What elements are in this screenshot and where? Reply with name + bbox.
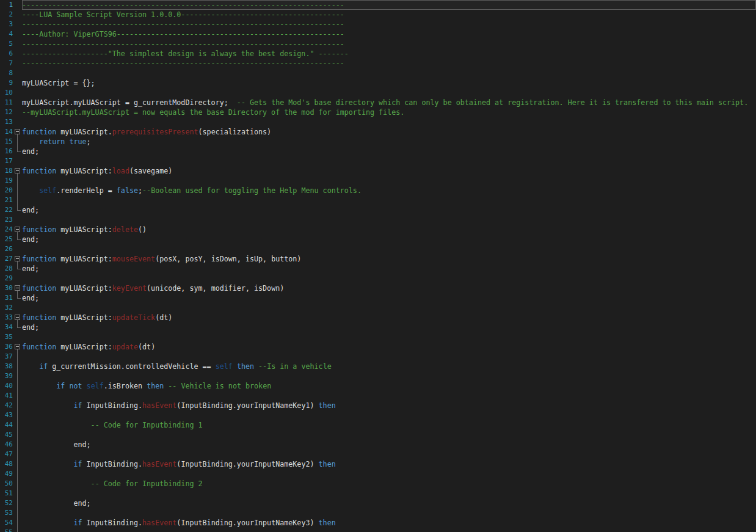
code-line-text[interactable] <box>22 215 756 225</box>
code-line: 44 -- Code for Inputbinding 1 <box>0 420 756 430</box>
code-line-text[interactable]: function myLUAScript:update(dt) <box>22 342 756 352</box>
fold-guide-line <box>13 391 22 401</box>
code-line-text[interactable]: -- Code for Inputbinding 1 <box>22 420 756 430</box>
code-line: 51 <box>0 489 756 498</box>
fold-collapse-button[interactable] <box>13 225 22 235</box>
code-line-text[interactable] <box>22 391 756 401</box>
code-line-text[interactable] <box>22 117 756 127</box>
fold-margin <box>13 88 22 98</box>
code-line: 11myLUAScript.myLUAScript = g_currentMod… <box>0 98 756 107</box>
code-line-text[interactable] <box>22 489 756 498</box>
fold-collapse-button[interactable] <box>13 313 22 322</box>
code-line-text[interactable] <box>22 68 756 78</box>
code-line-text[interactable]: function myLUAScript:load(savegame) <box>22 166 756 176</box>
code-line-text[interactable] <box>22 332 756 342</box>
code-line-text[interactable]: end; <box>22 264 756 274</box>
code-line-text[interactable]: function myLUAScript.prerequisitesPresen… <box>22 127 756 137</box>
code-line-text[interactable] <box>22 303 756 313</box>
code-line-text[interactable]: end; <box>22 440 756 450</box>
code-line-text[interactable] <box>22 176 756 186</box>
code-line-text[interactable]: ----------------------------------------… <box>22 20 756 29</box>
code-line-text[interactable] <box>22 430 756 440</box>
code-line: 30function myLUAScript:keyEvent(unicode,… <box>0 283 756 293</box>
code-line: 13 <box>0 117 756 127</box>
fold-collapse-button[interactable] <box>13 283 22 293</box>
code-line-text[interactable]: --------------------"The simplest design… <box>22 49 756 59</box>
code-line-text[interactable]: myLUAScript = {}; <box>22 78 756 88</box>
fold-end-marker <box>13 235 22 244</box>
code-line-text[interactable] <box>22 352 756 362</box>
code-line-text[interactable]: function myLUAScript:updateTick(dt) <box>22 313 756 322</box>
fold-collapse-button[interactable] <box>13 254 22 264</box>
line-number: 20 <box>0 186 13 195</box>
line-number: 48 <box>0 459 13 469</box>
fold-collapse-button[interactable] <box>13 127 22 137</box>
code-line-text[interactable]: end; <box>22 205 756 215</box>
line-number: 40 <box>0 381 13 391</box>
line-number: 55 <box>0 528 13 532</box>
code-line-text[interactable] <box>22 450 756 459</box>
fold-collapse-button[interactable] <box>13 166 22 176</box>
code-line-text[interactable] <box>22 274 756 283</box>
code-line-text[interactable]: self.renderHelp = false;--Boolean used f… <box>22 186 756 195</box>
code-line-text[interactable]: ----Author: ViperGTS96------------------… <box>22 29 756 39</box>
code-line: 49 <box>0 469 756 479</box>
code-line-text[interactable] <box>22 469 756 479</box>
line-number: 45 <box>0 430 13 440</box>
code-line-text[interactable]: if g_currentMission.controlledVehicle ==… <box>22 362 756 371</box>
line-number: 53 <box>0 508 13 518</box>
code-line-text[interactable] <box>22 528 756 532</box>
fold-margin <box>13 303 22 313</box>
code-line-text[interactable]: ----------------------------------------… <box>22 0 756 10</box>
code-line-text[interactable]: function myLUAScript:mouseEvent(posX, po… <box>22 254 756 264</box>
line-number: 23 <box>0 215 13 225</box>
fold-guide-line <box>13 381 22 391</box>
code-line-text[interactable]: end; <box>22 147 756 156</box>
code-line-text[interactable] <box>22 371 756 381</box>
editor[interactable]: 1---------------------------------------… <box>0 0 756 532</box>
code-line: 33function myLUAScript:updateTick(dt) <box>0 313 756 322</box>
fold-minus-icon <box>15 285 20 291</box>
code-line-text[interactable]: --myLUAScript.myLUAScript = now equals t… <box>22 107 756 117</box>
code-line-text[interactable]: if InputBinding.hasEvent(InputBinding.yo… <box>22 401 756 410</box>
code-line: 38 if g_currentMission.controlledVehicle… <box>0 362 756 371</box>
code-line-text[interactable]: if not self.isBroken then -- Vehicle is … <box>22 381 756 391</box>
code-line-text[interactable] <box>22 244 756 254</box>
code-line-text[interactable] <box>22 156 756 166</box>
code-line: 48 if InputBinding.hasEvent(InputBinding… <box>0 459 756 469</box>
code-line-text[interactable] <box>22 508 756 518</box>
line-number: 50 <box>0 479 13 489</box>
code-line-text[interactable]: return true; <box>22 137 756 147</box>
code-line-text[interactable]: if InputBinding.hasEvent(InputBinding.yo… <box>22 459 756 469</box>
line-number: 49 <box>0 469 13 479</box>
code-line-text[interactable]: end; <box>22 322 756 332</box>
code-line-text[interactable] <box>22 88 756 98</box>
code-line: 32 <box>0 303 756 313</box>
code-line-text[interactable]: ----------------------------------------… <box>22 59 756 68</box>
code-line-text[interactable]: if InputBinding.hasEvent(InputBinding.yo… <box>22 518 756 528</box>
code-line-text[interactable]: ----LUA Sample Script Version 1.0.0.0---… <box>22 10 756 20</box>
code-line-text[interactable] <box>22 410 756 420</box>
fold-guide-line <box>13 479 22 489</box>
code-line-text[interactable]: end; <box>22 293 756 303</box>
code-line: 2----LUA Sample Script Version 1.0.0.0--… <box>0 10 756 20</box>
line-number: 51 <box>0 489 13 498</box>
code-line: 18function myLUAScript:load(savegame) <box>0 166 756 176</box>
code-line-text[interactable]: function myLUAScript:delete() <box>22 225 756 235</box>
code-line-text[interactable]: end; <box>22 498 756 508</box>
code-line-text[interactable]: function myLUAScript:keyEvent(unicode, s… <box>22 283 756 293</box>
line-number: 29 <box>0 274 13 283</box>
line-number: 35 <box>0 332 13 342</box>
code-line-text[interactable]: ----------------------------------------… <box>22 39 756 49</box>
code-line: 36function myLUAScript:update(dt) <box>0 342 756 352</box>
fold-margin <box>13 332 22 342</box>
line-number: 33 <box>0 313 13 322</box>
fold-margin <box>13 78 22 88</box>
code-line-text[interactable] <box>22 195 756 205</box>
code-line-text[interactable]: -- Code for Inputbinding 2 <box>22 479 756 489</box>
fold-collapse-button[interactable] <box>13 342 22 352</box>
code-line: 23 <box>0 215 756 225</box>
line-number: 44 <box>0 420 13 430</box>
code-line-text[interactable]: end; <box>22 235 756 244</box>
code-line-text[interactable]: myLUAScript.myLUAScript = g_currentModDi… <box>22 98 756 107</box>
